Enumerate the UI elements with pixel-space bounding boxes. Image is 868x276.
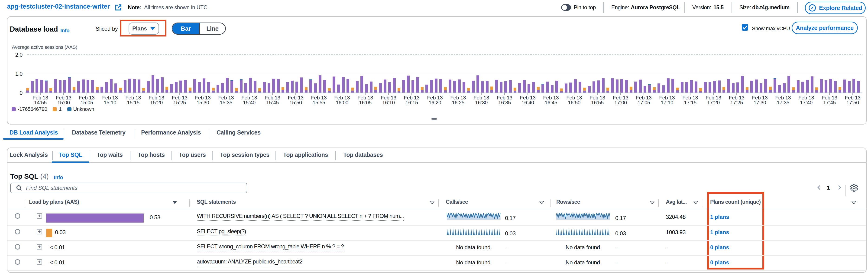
svg-text:16:00: 16:00: [336, 100, 348, 106]
svg-text:2.0: 2.0: [15, 52, 23, 58]
svg-text:16:05: 16:05: [359, 100, 372, 106]
svg-text:16:10: 16:10: [382, 100, 395, 106]
svg-text:15:15: 15:15: [127, 100, 140, 106]
svg-text:16:55: 16:55: [591, 100, 603, 106]
svg-text:17:15: 17:15: [684, 100, 696, 106]
svg-text:16:20: 16:20: [429, 100, 441, 106]
svg-text:15:50: 15:50: [289, 100, 302, 106]
svg-text:15:10: 15:10: [104, 100, 116, 106]
svg-text:15:25: 15:25: [174, 100, 186, 106]
svg-text:16:15: 16:15: [405, 100, 418, 106]
svg-text:15:35: 15:35: [220, 100, 232, 106]
svg-text:15:45: 15:45: [266, 100, 279, 106]
svg-text:17:10: 17:10: [661, 100, 673, 106]
svg-text:1.0: 1.0: [15, 71, 23, 77]
svg-text:17:50: 17:50: [846, 100, 859, 106]
svg-text:15:55: 15:55: [313, 100, 325, 106]
svg-text:17:05: 17:05: [638, 100, 650, 106]
svg-text:0: 0: [20, 90, 23, 96]
svg-text:17:35: 17:35: [777, 100, 789, 106]
svg-text:17:20: 17:20: [707, 100, 720, 106]
svg-text:17:45: 17:45: [823, 100, 836, 106]
svg-text:17:40: 17:40: [800, 100, 812, 106]
svg-text:15:00: 15:00: [57, 100, 70, 106]
svg-text:15:20: 15:20: [150, 100, 163, 106]
svg-text:16:40: 16:40: [522, 100, 534, 106]
svg-text:15:40: 15:40: [243, 100, 255, 106]
svg-text:14:55: 14:55: [34, 100, 46, 106]
svg-text:17:30: 17:30: [753, 100, 766, 106]
svg-text:17:00: 17:00: [614, 100, 627, 106]
svg-text:16:35: 16:35: [498, 100, 511, 106]
svg-text:16:30: 16:30: [475, 100, 488, 106]
svg-text:16:50: 16:50: [568, 100, 581, 106]
svg-text:17:25: 17:25: [731, 100, 743, 106]
svg-text:15:30: 15:30: [196, 100, 209, 106]
svg-text:15:05: 15:05: [81, 100, 93, 106]
svg-text:16:45: 16:45: [545, 100, 557, 106]
svg-text:16:25: 16:25: [452, 100, 464, 106]
